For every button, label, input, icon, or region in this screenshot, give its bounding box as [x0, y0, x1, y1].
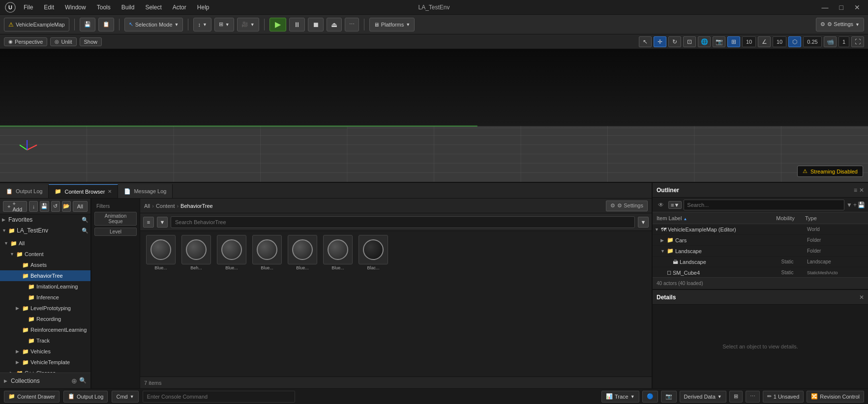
save-all-button[interactable]: 💾 [40, 201, 49, 212]
menu-edit[interactable]: Edit [42, 3, 56, 12]
viewport-unlit-button[interactable]: ◎ Unlit [50, 37, 76, 46]
scale-input[interactable]: 0.25 [803, 36, 822, 47]
tree-item-content[interactable]: ▼ 📁 Content [0, 249, 90, 260]
camera-count-input[interactable]: 1 [838, 36, 849, 47]
trace-button[interactable]: 📊 Trace ▼ [601, 391, 639, 403]
grid-toggle-button[interactable]: ⊞ [727, 36, 740, 47]
outliner-search-input[interactable] [684, 200, 844, 210]
outliner-close-button[interactable]: ✕ [859, 187, 864, 194]
project-root[interactable]: ▼ 📁 LA_TestEnv 🔍 [0, 225, 90, 236]
outliner-config-icon[interactable]: ▼ [846, 202, 852, 208]
angle-toggle-button[interactable]: ∠ [758, 36, 771, 47]
output-log-status-button[interactable]: 📋 Output Log [63, 391, 108, 403]
viewport-3d[interactable]: ⚠ Streaming Disabled [0, 49, 868, 182]
content-item-1[interactable]: Blue... [144, 235, 178, 270]
tab-output-log[interactable]: 📋 Output Log [0, 184, 49, 198]
tree-item-vehicletemplate[interactable]: ▶ 📁 VehicleTemplate [0, 357, 90, 368]
platforms-button[interactable]: 🖥 Platforms ▼ [369, 18, 415, 31]
extras-button[interactable]: ⋯ [746, 391, 760, 403]
play-button[interactable]: ▶ [269, 18, 286, 31]
maximize-viewport-button[interactable]: ⛶ [851, 36, 864, 47]
camera-button[interactable]: 🎥 ▼ [237, 18, 259, 31]
maximize-button[interactable]: □ [837, 2, 846, 12]
outliner-sort-icon[interactable]: ≡▼ [668, 201, 682, 209]
filter-dropdown-button[interactable]: ≡ [143, 217, 154, 228]
select-tool-button[interactable]: ↖ [639, 36, 652, 47]
outliner-row-cars[interactable]: ▶ 📁 Cars Folder [653, 235, 868, 246]
rotate-tool-button[interactable]: ↻ [668, 36, 681, 47]
sync-button[interactable]: ↺ [51, 201, 60, 212]
collections-section[interactable]: ▶ Collections ⊕ 🔍 [0, 373, 90, 388]
tree-item-inference[interactable]: 📁 Inference [0, 292, 90, 303]
close-button[interactable]: ✕ [851, 2, 863, 12]
tree-item-behaviortree[interactable]: 📁 BehaviorTree [0, 270, 90, 281]
outliner-row-vehicleexamplemap[interactable]: ▼ 🗺 VehicleExampleMap (Editor) World [653, 224, 868, 235]
project-search-icon[interactable]: 🔍 [82, 226, 89, 235]
content-item-4[interactable]: Blue... [250, 235, 284, 270]
outliner-visibility-button[interactable]: 👁 [656, 202, 666, 208]
menu-help[interactable]: Help [195, 3, 211, 12]
all-button[interactable]: All [73, 201, 88, 212]
tree-item-imitationlearning[interactable]: 📁 ImitationLearning [0, 281, 90, 292]
source-control-button[interactable]: 📋 [98, 18, 114, 31]
ue-logo-icon[interactable]: U [5, 2, 16, 13]
content-browser-close-button[interactable]: ✕ [108, 189, 112, 194]
content-drawer-button[interactable]: 📁 Content Drawer [4, 391, 60, 403]
content-item-2[interactable]: Beh... [180, 235, 213, 270]
tree-item-levelprototyping[interactable]: ▶ 📁 LevelPrototyping [0, 303, 90, 314]
grid-size-input[interactable]: 10 [742, 36, 756, 47]
menu-select[interactable]: Select [143, 3, 163, 12]
content-item-3[interactable]: Blue... [215, 235, 248, 270]
outliner-row-smcube4[interactable]: ◻ SM_Cube4 Static StaticMeshActo [653, 267, 868, 277]
favorites-section[interactable]: ▶ Favorites 🔍 [0, 214, 90, 225]
breadcrumb-all[interactable]: All [144, 203, 150, 209]
outliner-filter-icon[interactable]: ≡ [854, 187, 857, 194]
import-button[interactable]: ↓ [29, 201, 38, 212]
content-item-7[interactable]: Blac... [357, 235, 390, 270]
search-expand-button[interactable]: ▼ [638, 217, 649, 228]
collections-add-icon[interactable]: ⊕ [71, 377, 77, 385]
scale-toggle-button[interactable]: ⬡ [788, 36, 801, 47]
outliner-row-landscape-actor[interactable]: 🏔 Landscape Static Landscape [653, 257, 868, 267]
tree-item-recording[interactable]: 📁 Recording [0, 314, 90, 324]
trace-options-button[interactable]: 🔵 [642, 391, 658, 403]
add-button[interactable]: + + Add [3, 201, 27, 212]
settings-button[interactable]: ⚙ ⚙ Settings ▼ [816, 18, 864, 31]
breadcrumb-behaviortree[interactable]: BehaviorTree [180, 203, 213, 209]
cmd-button[interactable]: Cmd ▼ [112, 391, 138, 403]
tree-item-reinforcementlearning[interactable]: 📁 ReinforcementLearning [0, 324, 90, 335]
filter-level[interactable]: Level [94, 228, 137, 236]
unsaved-button[interactable]: ✏ 1 Unsaved [763, 391, 804, 403]
tree-item-assets[interactable]: 📁 Assets [0, 260, 90, 270]
viewport-perspective-button[interactable]: ◉ Perspective [4, 37, 47, 46]
snapping-button[interactable]: ⊞ ▼ [214, 18, 234, 31]
save-button[interactable]: 💾 [80, 18, 95, 31]
breadcrumb-content[interactable]: Content [156, 203, 175, 209]
content-item-5[interactable]: Blue... [286, 235, 319, 270]
pause-button[interactable]: ⏸ [289, 18, 305, 31]
selection-mode-button[interactable]: ↖ Selection Mode ▼ [124, 18, 183, 31]
content-item-6[interactable]: Blue... [321, 235, 355, 270]
details-close-button[interactable]: ✕ [859, 294, 864, 301]
streaming-disabled-badge[interactable]: ⚠ Streaming Disabled [797, 166, 863, 177]
stop-button[interactable]: ⏹ [308, 18, 324, 31]
angle-input[interactable]: 10 [773, 36, 786, 47]
filter-animation[interactable]: Animation Seque [94, 212, 137, 226]
path-button[interactable]: 📂 [62, 201, 71, 212]
camera-count-button[interactable]: 📹 [824, 36, 837, 47]
translate-tool-button[interactable]: ✛ [654, 36, 666, 47]
screenshot-button[interactable]: 📷 [661, 391, 677, 403]
revision-control-button[interactable]: 🔀 Revision Control [807, 391, 864, 403]
tree-item-track[interactable]: 📁 Track [0, 335, 90, 346]
outliner-row-landscape-folder[interactable]: ▼ 📁 Landscape Folder [653, 246, 868, 257]
eject-button[interactable]: ⏏ [327, 18, 342, 31]
search-input[interactable] [171, 216, 635, 228]
menu-tools[interactable]: Tools [95, 3, 113, 12]
globe-icon-button[interactable]: 🌐 [698, 36, 711, 47]
cb-settings-button[interactable]: ⚙ ⚙ Settings [606, 201, 648, 211]
outliner-save-icon[interactable]: 💾 [858, 202, 865, 208]
outliner-add-icon[interactable]: + [853, 202, 857, 208]
derived-data-button[interactable]: Derived Data ▼ [680, 391, 726, 403]
layout-button[interactable]: ⊞ [729, 391, 743, 403]
menu-file[interactable]: File [22, 3, 35, 12]
